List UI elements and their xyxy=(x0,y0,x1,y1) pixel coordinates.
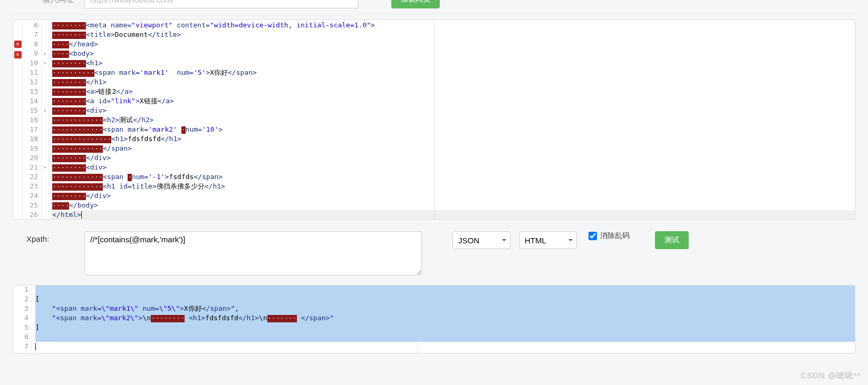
gutter-line-number: 19 xyxy=(23,144,38,153)
xpath-label: Xpath: xyxy=(13,231,76,243)
fold-toggle-icon[interactable] xyxy=(42,96,49,106)
fold-toggle-icon[interactable] xyxy=(42,144,49,153)
clean-garbled-checkbox-wrap[interactable]: 消除乱码 xyxy=(589,231,630,241)
code-line[interactable]: </h1> xyxy=(52,77,855,87)
gutter-line-number: 17 xyxy=(23,125,38,134)
url-label: 输入网址 xyxy=(13,0,76,5)
fold-toggle-icon[interactable]: ▾ xyxy=(42,106,49,115)
code-line[interactable]: </span> xyxy=(52,144,855,153)
editor-margin-line xyxy=(417,285,418,353)
code-line[interactable]: <a id="link">X链接</a> xyxy=(52,96,855,106)
fold-toggle-icon[interactable] xyxy=(42,125,49,134)
fold-toggle-icon[interactable] xyxy=(42,153,49,163)
code-line[interactable]: ] xyxy=(35,323,855,332)
gutter-line-number: 5 xyxy=(13,323,28,332)
fold-toggle-icon[interactable] xyxy=(42,182,49,191)
gutter-line-number: 6 xyxy=(13,332,28,342)
code-line[interactable]: <h2>测试</h2> xyxy=(52,115,855,125)
code-line[interactable] xyxy=(35,342,855,351)
error-marker-icon: × xyxy=(14,41,22,48)
fold-toggle-icon[interactable]: ▾ xyxy=(42,163,49,172)
gutter-line-number: 24 xyxy=(23,191,38,201)
code-line[interactable]: <span mark='mark2' num='10'> xyxy=(52,125,855,134)
result-editor-view[interactable]: 1234567 [ "<span mark=\"mark1\" num=\"5\… xyxy=(13,285,855,353)
editor-margin-line xyxy=(434,20,435,219)
gutter-line-number: 12 xyxy=(23,77,38,87)
test-button[interactable]: 测试 xyxy=(655,231,689,249)
code-line[interactable] xyxy=(35,285,855,294)
error-marker-icon: × xyxy=(14,51,22,58)
code-line[interactable]: <span mark='mark1' num='5'>X你好</span> xyxy=(52,68,855,77)
code-line[interactable]: <div> xyxy=(52,106,855,115)
gutter-line-number: 15 xyxy=(23,106,38,115)
code-line[interactable]: <span num='-1'>fsdfds</span> xyxy=(52,172,855,182)
gutter-line-number: 23 xyxy=(23,182,38,191)
code-line[interactable]: </div> xyxy=(52,153,855,163)
gutter-line-number: 13 xyxy=(23,87,38,96)
result-editor: 1234567 [ "<span mark=\"mark1\" num=\"5\… xyxy=(13,285,855,353)
xpath-input[interactable] xyxy=(84,231,422,275)
code-line[interactable]: <h1> xyxy=(52,58,855,68)
gutter-line-number: 18 xyxy=(23,134,38,144)
code-line[interactable]: <a>链接2</a> xyxy=(52,87,855,96)
fold-toggle-icon[interactable] xyxy=(42,191,49,201)
gutter-line-number: 11 xyxy=(23,68,38,77)
fold-toggle-icon[interactable] xyxy=(42,68,49,77)
fold-toggle-icon[interactable] xyxy=(42,115,49,125)
gutter-line-number: 16 xyxy=(23,115,38,125)
gutter-line-number: 20 xyxy=(23,153,38,163)
watermark: CSDN @嗯嗯** xyxy=(801,371,861,381)
gutter-line-number: 4 xyxy=(13,313,28,323)
code-line[interactable]: <h1 id=title>佛挡杀佛多少分</h1> xyxy=(52,182,855,191)
source-editor: ×× 6789101112131415161718192021222324252… xyxy=(13,19,855,220)
gutter-line-number: 14 xyxy=(23,96,38,106)
gutter-line-number: 9 xyxy=(23,49,38,58)
code-line[interactable]: </head> xyxy=(52,40,855,49)
fold-toggle-icon[interactable] xyxy=(42,172,49,182)
gutter-line-number: 26 xyxy=(23,210,38,219)
code-line[interactable]: <title>Document</title> xyxy=(52,30,855,40)
gutter-line-number: 25 xyxy=(23,201,38,210)
fold-toggle-icon[interactable] xyxy=(42,87,49,96)
url-input[interactable] xyxy=(84,0,359,8)
fold-toggle-icon[interactable] xyxy=(42,210,49,219)
gutter-line-number: 3 xyxy=(13,304,28,313)
gutter-line-number: 22 xyxy=(23,172,38,182)
source-editor-view[interactable]: ×× 6789101112131415161718192021222324252… xyxy=(13,20,855,219)
gutter-line-number: 7 xyxy=(23,30,38,40)
clean-garbled-checkbox[interactable] xyxy=(589,232,597,240)
clean-garbled-label: 消除乱码 xyxy=(600,231,630,241)
code-line[interactable]: <div> xyxy=(52,163,855,172)
fold-toggle-icon[interactable] xyxy=(42,77,49,87)
code-line[interactable]: "<span mark=\"mark2\">\n <h1>fdsfdsfd</h… xyxy=(35,313,855,323)
load-page-button[interactable]: 加载网页 xyxy=(391,0,440,8)
output-select[interactable]: HTML xyxy=(519,231,577,249)
fold-toggle-icon[interactable] xyxy=(42,201,49,210)
gutter-line-number: 7 xyxy=(13,342,28,351)
gutter-line-number: 8 xyxy=(23,40,38,49)
fold-toggle-icon[interactable] xyxy=(42,30,49,40)
fold-toggle-icon[interactable] xyxy=(42,134,49,144)
url-bar: 输入网址 加载网页 xyxy=(13,0,855,14)
gutter-line-number: 21 xyxy=(23,163,38,172)
code-line[interactable]: <body> xyxy=(52,49,855,58)
xpath-row: Xpath: JSON HTML 消除乱码 测试 xyxy=(13,231,855,275)
gutter-line-number: 10 xyxy=(23,58,38,68)
code-line[interactable]: "<span mark=\"mark1\" num=\"5\">X你好</spa… xyxy=(35,304,855,313)
gutter-line-number: 1 xyxy=(13,285,28,294)
fold-toggle-icon[interactable] xyxy=(42,40,49,49)
gutter-line-number: 6 xyxy=(23,21,38,30)
format-select[interactable]: JSON xyxy=(452,231,510,249)
gutter-line-number: 2 xyxy=(13,294,28,304)
fold-toggle-icon[interactable]: ▾ xyxy=(42,58,49,68)
code-line[interactable]: </html> xyxy=(52,210,855,219)
fold-toggle-icon[interactable] xyxy=(42,21,49,30)
code-line[interactable]: [ xyxy=(35,294,855,304)
code-line[interactable]: <h1>fdsfdsfd</h1> xyxy=(52,134,855,144)
code-line[interactable]: </body> xyxy=(52,201,855,210)
code-line[interactable] xyxy=(35,332,855,342)
code-line[interactable]: </div> xyxy=(52,191,855,201)
code-line[interactable]: <meta name="viewport" content="width=dev… xyxy=(52,21,855,30)
fold-toggle-icon[interactable]: ▾ xyxy=(42,49,49,58)
